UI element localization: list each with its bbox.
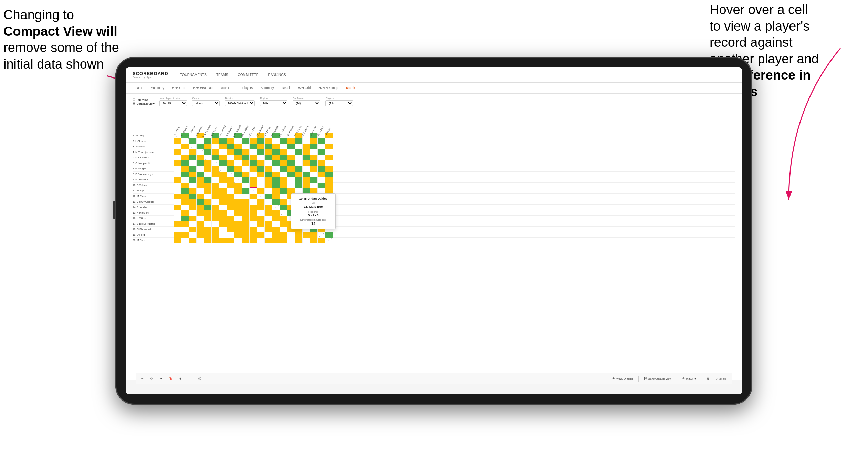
grid-cell[interactable] xyxy=(250,149,257,155)
grid-cell[interactable] xyxy=(272,177,280,183)
grid-cell[interactable] xyxy=(204,160,212,166)
nav-teams[interactable]: TEAMS xyxy=(215,72,229,77)
grid-cell[interactable] xyxy=(295,238,303,243)
grid-cell[interactable] xyxy=(234,194,242,199)
grid-cell[interactable] xyxy=(212,216,219,221)
grid-cell[interactable] xyxy=(295,166,303,172)
grid-cell[interactable] xyxy=(303,155,310,160)
grid-cell[interactable] xyxy=(219,216,227,221)
bookmark-button[interactable]: 🔖 xyxy=(167,376,174,381)
grid-cell[interactable] xyxy=(227,166,234,172)
nav-committee[interactable]: COMMITTEE xyxy=(236,72,260,77)
grid-cell[interactable] xyxy=(189,172,197,177)
grid-cell[interactable] xyxy=(212,227,219,232)
grid-cell[interactable] xyxy=(242,216,250,221)
grid-cell[interactable] xyxy=(272,194,280,199)
grid-cell[interactable] xyxy=(234,160,242,166)
grid-cell[interactable] xyxy=(265,210,272,216)
grid-cell[interactable] xyxy=(287,166,295,172)
grid-cell[interactable] xyxy=(265,221,272,227)
grid-cell[interactable] xyxy=(257,216,265,221)
grid-cell[interactable] xyxy=(250,138,257,144)
grid-cell[interactable] xyxy=(280,177,287,183)
grid-cell[interactable] xyxy=(257,138,265,144)
grid-cell[interactable] xyxy=(265,216,272,221)
grid-cell[interactable] xyxy=(325,138,333,144)
grid-cell[interactable] xyxy=(227,183,234,188)
grid-cell[interactable] xyxy=(287,172,295,177)
grid-cell[interactable] xyxy=(257,149,265,155)
grid-cell[interactable] xyxy=(174,210,181,216)
grid-cell[interactable] xyxy=(181,199,189,205)
tab-h2h-grid-right[interactable]: H2H Grid xyxy=(296,83,312,93)
info-button[interactable]: ⓘ xyxy=(197,376,203,381)
grid-cell[interactable] xyxy=(174,199,181,205)
grid-cell[interactable] xyxy=(234,144,242,149)
tab-teams[interactable]: Teams xyxy=(133,83,145,93)
grid-cell[interactable] xyxy=(174,188,181,194)
grid-cell[interactable] xyxy=(242,194,250,199)
grid-cell[interactable] xyxy=(181,149,189,155)
grid-cell[interactable] xyxy=(212,232,219,238)
grid-cell[interactable] xyxy=(181,194,189,199)
grid-cell[interactable] xyxy=(287,238,295,243)
grid-cell[interactable] xyxy=(197,210,204,216)
grid-cell[interactable] xyxy=(310,144,318,149)
grid-cell[interactable] xyxy=(219,144,227,149)
grid-cell[interactable] xyxy=(212,155,219,160)
grid-cell[interactable] xyxy=(234,155,242,160)
grid-cell[interactable] xyxy=(227,188,234,194)
grid-cell[interactable] xyxy=(242,199,250,205)
grid-cell[interactable] xyxy=(181,238,189,243)
grid-cell[interactable] xyxy=(318,232,325,238)
grid-cell[interactable] xyxy=(204,216,212,221)
grid-cell[interactable] xyxy=(234,172,242,177)
grid-cell[interactable] xyxy=(303,172,310,177)
grid-cell[interactable] xyxy=(174,205,181,210)
grid-cell[interactable] xyxy=(197,155,204,160)
grid-cell[interactable] xyxy=(287,144,295,149)
grid-cell[interactable] xyxy=(280,183,287,188)
grid-cell[interactable] xyxy=(174,177,181,183)
grid-cell[interactable] xyxy=(310,183,318,188)
grid-cell[interactable] xyxy=(189,177,197,183)
grid-cell[interactable] xyxy=(318,160,325,166)
grid-cell[interactable] xyxy=(212,166,219,172)
grid-cell[interactable] xyxy=(280,172,287,177)
grid-cell[interactable] xyxy=(250,232,257,238)
grid-cell[interactable] xyxy=(197,199,204,205)
grid-cell[interactable] xyxy=(212,149,219,155)
grid-cell[interactable] xyxy=(272,188,280,194)
grid-cell[interactable] xyxy=(219,221,227,227)
grid-cell[interactable] xyxy=(242,232,250,238)
grid-cell[interactable] xyxy=(325,188,333,194)
grid-cell[interactable] xyxy=(204,138,212,144)
grid-cell[interactable] xyxy=(250,194,257,199)
grid-cell[interactable] xyxy=(219,166,227,172)
share-button[interactable]: ↗ Share xyxy=(714,376,728,381)
grid-cell[interactable] xyxy=(174,216,181,221)
grid-cell[interactable] xyxy=(204,188,212,194)
grid-cell[interactable] xyxy=(227,160,234,166)
grid-cell[interactable] xyxy=(174,160,181,166)
grid-cell[interactable] xyxy=(174,183,181,188)
grid-cell[interactable] xyxy=(257,166,265,172)
grid-cell[interactable] xyxy=(318,172,325,177)
grid-cell[interactable] xyxy=(303,177,310,183)
tab-h2h-grid-left[interactable]: H2H Grid xyxy=(171,83,187,93)
grid-cell[interactable] xyxy=(197,221,204,227)
grid-cell[interactable] xyxy=(204,199,212,205)
tab-h2h-heatmap-left[interactable]: H2H Heatmap xyxy=(192,83,214,93)
grid-cell[interactable] xyxy=(287,177,295,183)
compact-view-radio[interactable]: Compact View xyxy=(133,102,154,105)
grid-cell[interactable] xyxy=(174,149,181,155)
grid-cell[interactable] xyxy=(174,227,181,232)
grid-cell[interactable] xyxy=(189,144,197,149)
grid-cell[interactable] xyxy=(189,149,197,155)
grid-cell[interactable] xyxy=(174,138,181,144)
grid-cell[interactable] xyxy=(325,149,333,155)
grid-cell[interactable] xyxy=(310,155,318,160)
grid-cell[interactable] xyxy=(318,144,325,149)
grid-cell[interactable] xyxy=(227,144,234,149)
region-select[interactable]: N/A (All) xyxy=(260,100,287,106)
